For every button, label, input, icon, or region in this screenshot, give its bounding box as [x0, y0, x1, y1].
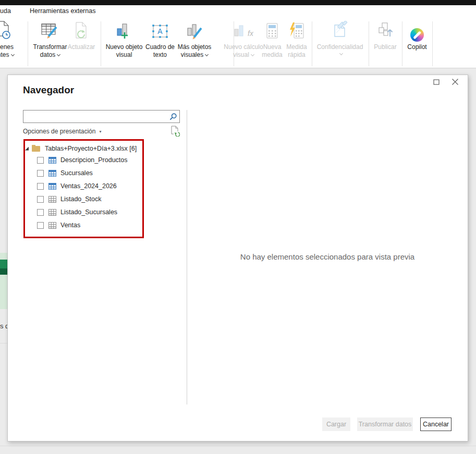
background-divider [0, 343, 7, 343]
recent-sources-label-line1: rígenes [0, 43, 28, 51]
item-checkbox[interactable] [37, 183, 44, 190]
calculator-lightning-icon [289, 22, 304, 42]
background-text-fragment: s d [0, 322, 7, 332]
item-checkbox[interactable] [37, 196, 44, 203]
table-icon [48, 157, 56, 164]
transform-data-label-line1: Transformar [30, 43, 70, 51]
document-refresh-icon [171, 126, 180, 137]
sensitivity-label: Confidencialidad [314, 43, 366, 51]
table-icon [48, 183, 56, 190]
transform-data-label-line2: datos [30, 51, 70, 59]
ribbon-separator [402, 21, 402, 66]
new-visual-label-line1: Nuevo objeto [103, 43, 145, 51]
sheet-icon [48, 196, 56, 203]
copilot-button[interactable]: Copilot [404, 21, 431, 51]
bar-chart-fx-icon: fx [234, 23, 253, 42]
close-icon [451, 78, 459, 85]
power-bi-window: uda Herramientas externas rígenes ientes… [0, 0, 476, 454]
new-visual-button[interactable]: Nuevo objeto visual [103, 21, 145, 59]
item-checkbox[interactable] [37, 170, 44, 177]
navigator-dialog: Navegador Opciones de presentación▾ Tabl… [7, 75, 468, 441]
cancel-button[interactable]: Cancelar [420, 418, 451, 431]
folder-icon [32, 146, 40, 152]
close-button[interactable] [451, 78, 459, 86]
transform-data-button: Transformar datos [357, 418, 413, 431]
quick-measure-label-line2: rápida [284, 51, 310, 59]
recent-sources-button[interactable]: rígenes ientes [0, 21, 28, 59]
tree-item-listado-stock[interactable]: Listado_Stock [37, 193, 102, 205]
ribbon: rígenes ientes Transformar datos Actuali… [0, 18, 476, 68]
display-options-label: Opciones de presentación [23, 128, 95, 135]
chevron-down-icon [10, 53, 14, 56]
text-box-button[interactable]: A Cuadro de texto [145, 21, 175, 59]
search-icon [169, 113, 177, 120]
item-checkbox[interactable] [37, 222, 44, 229]
dropdown-caret-icon: ▾ [99, 129, 101, 134]
calculator-icon [265, 22, 279, 42]
new-visual-calc-label-line2: visual [222, 51, 265, 59]
search-button[interactable] [167, 111, 179, 122]
copilot-icon [410, 28, 424, 42]
publish-button: Publicar [371, 21, 399, 51]
tree-root-row[interactable]: Tablas+Proyecto+Día+3.xlsx [6] [25, 143, 137, 154]
pane-divider [187, 110, 187, 404]
ribbon-separator [432, 21, 433, 66]
transform-data-ribbon-button[interactable]: Transformar datos [30, 21, 70, 59]
display-options-dropdown[interactable]: Opciones de presentación▾ [23, 128, 101, 135]
more-visuals-label-line1: Más objetos [175, 43, 214, 51]
expand-collapse-icon[interactable] [25, 147, 29, 151]
menu-bar: uda Herramientas externas [0, 5, 476, 18]
sheet-icon [48, 222, 56, 229]
search-input[interactable] [23, 111, 167, 122]
text-box-icon: A [151, 23, 169, 42]
sensitivity-caret [314, 51, 366, 56]
more-visuals-label-line2: visuales [175, 51, 214, 59]
refresh-preview-button[interactable] [170, 125, 180, 137]
window-title-bar [0, 0, 476, 5]
item-label: Listado_Sucursales [60, 208, 117, 216]
item-label: Ventas [60, 222, 80, 229]
ribbon-separator [369, 21, 369, 66]
svg-text:fx: fx [248, 29, 253, 38]
text-box-label-line1: Cuadro de [145, 43, 175, 51]
publish-label: Publicar [371, 43, 399, 51]
menu-item-ayuda[interactable]: uda [0, 7, 11, 15]
item-label: Ventas_2024_2026 [60, 182, 117, 190]
more-visuals-button[interactable]: Más objetos visuales [175, 21, 214, 59]
chevron-down-icon [339, 52, 343, 55]
menu-item-herramientas-externas[interactable]: Herramientas externas [30, 7, 95, 15]
search-box [23, 110, 180, 123]
bar-chart-plus-icon [116, 22, 132, 42]
tree-root-label: Tablas+Proyecto+Día+3.xlsx [6] [45, 145, 137, 152]
tree-item-listado-sucursales[interactable]: Listado_Sucursales [37, 206, 117, 218]
copilot-label: Copilot [404, 43, 431, 51]
publish-icon [377, 22, 394, 42]
ribbon-separator [101, 21, 101, 66]
tree-item-descripcion-productos[interactable]: Descripcion_Productos [37, 154, 128, 166]
sheet-icon [48, 209, 56, 216]
refresh-ribbon-button: Actualizar [66, 21, 96, 51]
item-label: Descripcion_Productos [60, 156, 128, 164]
preview-empty-message: No hay elementos seleccionados para vist… [240, 252, 414, 261]
new-visual-calc-label-line1: Nuevo cálculo [222, 43, 265, 51]
sensitivity-label-icon [331, 21, 349, 42]
item-label: Listado_Stock [60, 195, 102, 203]
new-visual-calculation-button: fx Nuevo cálculo visual [222, 21, 265, 59]
svg-text:A: A [157, 27, 163, 35]
item-checkbox[interactable] [37, 157, 44, 164]
dialog-title: Navegador [23, 84, 74, 96]
item-label: Sucursales [60, 169, 93, 177]
new-measure-button: Nueva medida [260, 21, 285, 59]
tree-item-ventas[interactable]: Ventas [37, 219, 80, 231]
chevron-down-icon [205, 53, 209, 56]
tree-item-sucursales[interactable]: Sucursales [37, 167, 93, 179]
new-visual-label-line2: visual [103, 51, 145, 59]
chevron-down-icon [251, 53, 254, 56]
item-checkbox[interactable] [37, 209, 44, 216]
new-measure-label-line2: medida [260, 51, 285, 59]
tree-item-ventas-2024-2026[interactable]: Ventas_2024_2026 [37, 180, 117, 192]
text-box-label-line2: texto [145, 51, 175, 59]
maximize-button[interactable] [432, 78, 441, 87]
document-clock-icon [0, 21, 11, 42]
recent-sources-label-line2: ientes [0, 51, 28, 59]
